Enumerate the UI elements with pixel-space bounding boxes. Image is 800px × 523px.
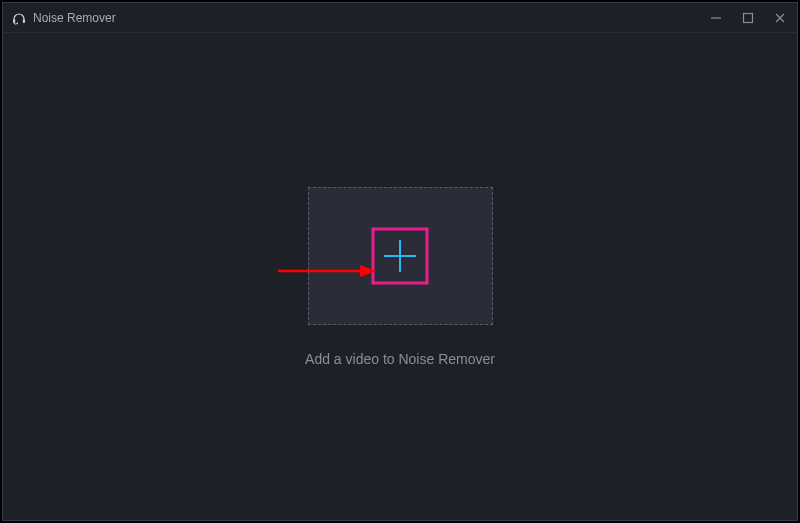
- svg-rect-4: [744, 13, 753, 22]
- titlebar-left: Noise Remover: [11, 10, 116, 26]
- titlebar: Noise Remover: [3, 3, 797, 33]
- video-dropzone[interactable]: [308, 187, 493, 325]
- main-content: Add a video to Noise Remover: [3, 33, 797, 520]
- svg-rect-1: [23, 19, 25, 23]
- headphones-icon: [11, 10, 27, 26]
- svg-rect-0: [13, 19, 15, 23]
- maximize-button[interactable]: [739, 9, 757, 27]
- app-window: Noise Remover Add a video to Noise: [2, 2, 798, 521]
- close-button[interactable]: [771, 9, 789, 27]
- instruction-text: Add a video to Noise Remover: [305, 351, 495, 367]
- app-title: Noise Remover: [33, 11, 116, 25]
- minimize-button[interactable]: [707, 9, 725, 27]
- plus-icon: [380, 236, 420, 276]
- svg-point-2: [16, 22, 18, 24]
- window-controls: [707, 9, 789, 27]
